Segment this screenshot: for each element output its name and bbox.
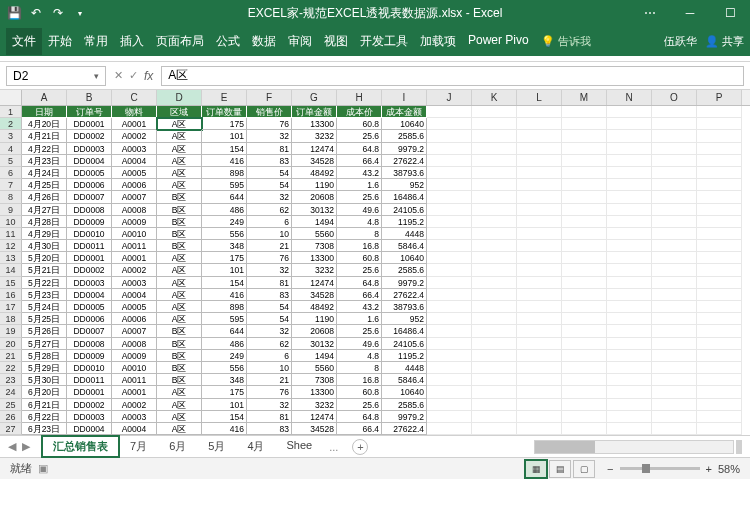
cell[interactable]: [472, 264, 517, 276]
cell[interactable]: [652, 362, 697, 374]
ribbon-tab-7[interactable]: 审阅: [282, 28, 318, 55]
cell[interactable]: 25.6: [337, 130, 382, 142]
cell[interactable]: [517, 228, 562, 240]
cell[interactable]: [562, 167, 607, 179]
cell[interactable]: A0010: [112, 228, 157, 240]
cell[interactable]: [652, 423, 697, 435]
cell[interactable]: 5月29日: [22, 362, 67, 374]
cell[interactable]: 1494: [292, 350, 337, 362]
cell[interactable]: [562, 216, 607, 228]
column-header[interactable]: H: [337, 90, 382, 105]
row-header[interactable]: 4: [0, 143, 22, 155]
cell[interactable]: [652, 350, 697, 362]
cell[interactable]: 595: [202, 313, 247, 325]
cell[interactable]: DD0004: [67, 423, 112, 435]
cell[interactable]: 5846.4: [382, 374, 427, 386]
cell[interactable]: [427, 362, 472, 374]
cell[interactable]: [472, 423, 517, 435]
cell[interactable]: A区: [157, 167, 202, 179]
cell[interactable]: 83: [247, 155, 292, 167]
cell[interactable]: [652, 179, 697, 191]
cell[interactable]: [607, 313, 652, 325]
cell[interactable]: 成本金额: [382, 106, 427, 118]
cell[interactable]: 154: [202, 277, 247, 289]
cell[interactable]: B区: [157, 350, 202, 362]
cell[interactable]: [472, 313, 517, 325]
cell[interactable]: [697, 143, 742, 155]
cell[interactable]: [472, 277, 517, 289]
cell[interactable]: 1.6: [337, 313, 382, 325]
cell[interactable]: [652, 301, 697, 313]
row-header[interactable]: 19: [0, 325, 22, 337]
cell[interactable]: [697, 423, 742, 435]
cell[interactable]: 32: [247, 191, 292, 203]
cell[interactable]: [427, 313, 472, 325]
cell[interactable]: [607, 338, 652, 350]
cell[interactable]: A0004: [112, 155, 157, 167]
cell[interactable]: [517, 167, 562, 179]
cell[interactable]: 416: [202, 155, 247, 167]
cell[interactable]: 49.6: [337, 338, 382, 350]
cell[interactable]: 416: [202, 423, 247, 435]
cell[interactable]: [472, 240, 517, 252]
cell[interactable]: [562, 155, 607, 167]
cell[interactable]: 1190: [292, 179, 337, 191]
cell[interactable]: 5月28日: [22, 350, 67, 362]
share-button[interactable]: 👤 共享: [705, 34, 744, 49]
cell[interactable]: 5月25日: [22, 313, 67, 325]
ribbon-tab-0[interactable]: 文件: [6, 28, 42, 55]
cell[interactable]: 4月24日: [22, 167, 67, 179]
cell[interactable]: A区: [157, 313, 202, 325]
cell[interactable]: [472, 399, 517, 411]
cell[interactable]: DD0008: [67, 204, 112, 216]
cell[interactable]: B区: [157, 240, 202, 252]
cell[interactable]: 12474: [292, 143, 337, 155]
cell[interactable]: [427, 338, 472, 350]
column-header[interactable]: K: [472, 90, 517, 105]
cell[interactable]: A区: [157, 143, 202, 155]
cell[interactable]: [517, 338, 562, 350]
cell[interactable]: 48492: [292, 301, 337, 313]
cell[interactable]: [562, 325, 607, 337]
cell[interactable]: [472, 228, 517, 240]
cell[interactable]: [697, 191, 742, 203]
cell[interactable]: 175: [202, 386, 247, 398]
cell[interactable]: 154: [202, 143, 247, 155]
cell[interactable]: DD0010: [67, 228, 112, 240]
cell[interactable]: [427, 106, 472, 118]
cell[interactable]: [652, 252, 697, 264]
sheet-tab[interactable]: 7月: [119, 436, 158, 457]
cell[interactable]: 4月29日: [22, 228, 67, 240]
column-header[interactable]: I: [382, 90, 427, 105]
cell[interactable]: [697, 411, 742, 423]
ribbon-options-icon[interactable]: ⋯: [630, 0, 670, 26]
maximize-button[interactable]: ☐: [710, 0, 750, 26]
cell[interactable]: [517, 325, 562, 337]
cell[interactable]: [697, 350, 742, 362]
cell[interactable]: [517, 362, 562, 374]
cell[interactable]: [562, 301, 607, 313]
cell[interactable]: [427, 118, 472, 130]
cell[interactable]: 27622.4: [382, 423, 427, 435]
cell[interactable]: DD0005: [67, 301, 112, 313]
cell[interactable]: 38793.6: [382, 301, 427, 313]
cell[interactable]: 101: [202, 130, 247, 142]
sheet-tab[interactable]: 汇总销售表: [42, 436, 119, 457]
cell[interactable]: 4月28日: [22, 216, 67, 228]
cell[interactable]: 9979.2: [382, 277, 427, 289]
cell[interactable]: 81: [247, 411, 292, 423]
cell[interactable]: 348: [202, 240, 247, 252]
cell[interactable]: 4月23日: [22, 155, 67, 167]
cell[interactable]: 1195.2: [382, 216, 427, 228]
cell[interactable]: A0003: [112, 277, 157, 289]
cell[interactable]: [607, 325, 652, 337]
row-header[interactable]: 26: [0, 411, 22, 423]
cell[interactable]: [607, 167, 652, 179]
cell[interactable]: [427, 155, 472, 167]
cell[interactable]: B区: [157, 216, 202, 228]
cell[interactable]: [517, 313, 562, 325]
cell[interactable]: 32: [247, 130, 292, 142]
cell[interactable]: [562, 386, 607, 398]
row-header[interactable]: 7: [0, 179, 22, 191]
cell[interactable]: 6月21日: [22, 399, 67, 411]
